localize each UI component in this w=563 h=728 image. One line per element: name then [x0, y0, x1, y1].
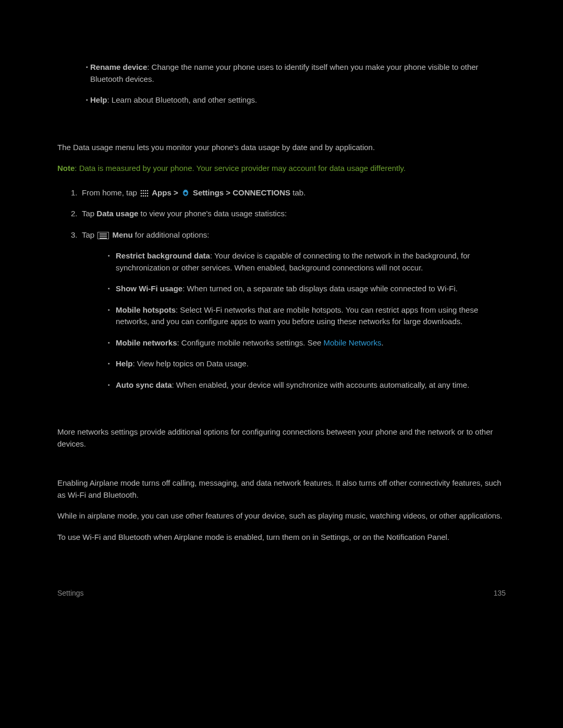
label: Help: [90, 95, 107, 104]
note-line: Note: Data is measured by your phone. Yo…: [57, 163, 506, 175]
svg-point-11: [147, 195, 149, 196]
svg-point-9: [143, 195, 144, 196]
svg-point-2: [145, 190, 146, 191]
step-1: 1. From home, tap Apps > Settings > CONN…: [57, 187, 506, 199]
option-restrict-bg: ▪ Restrict background data: Your device …: [57, 250, 506, 274]
svg-point-3: [147, 190, 149, 191]
label: Rename device: [90, 63, 147, 71]
bullet-text: Rename device: Change the name your phon…: [90, 61, 506, 85]
svg-point-4: [141, 192, 142, 194]
svg-point-0: [141, 190, 142, 191]
svg-point-7: [147, 192, 149, 194]
bullet-help-bt: ▪ Help: Learn about Bluetooth, and other…: [57, 94, 506, 106]
step-text: Tap Menu for additional options:: [82, 229, 209, 241]
settings-icon: [181, 189, 190, 198]
bullet-marker: ▪: [57, 61, 90, 85]
svg-point-8: [141, 195, 142, 196]
page-number: 135: [494, 588, 506, 599]
step-text: From home, tap Apps > Settings > CONNECT…: [82, 187, 305, 199]
svg-point-1: [143, 190, 144, 191]
option-show-wifi: ▪ Show Wi-Fi usage: When turned on, a se…: [57, 283, 506, 295]
svg-point-6: [145, 192, 146, 194]
svg-point-10: [145, 195, 146, 196]
step-text: Tap Data usage to view your phone's data…: [82, 208, 287, 220]
mobile-networks-link[interactable]: Mobile Networks: [324, 338, 382, 347]
option-auto-sync: ▪ Auto sync data: When enabled, your dev…: [57, 379, 506, 391]
airplane-p2: While in airplane mode, you can use othe…: [57, 510, 506, 522]
step-3: 3. Tap Menu for additional options:: [57, 229, 506, 241]
airplane-p3: To use Wi-Fi and Bluetooth when Airplane…: [57, 532, 506, 544]
footer-section: Settings: [57, 588, 84, 599]
airplane-p1: Enabling Airplane mode turns off calling…: [57, 477, 506, 501]
bullet-text: Help: Learn about Bluetooth, and other s…: [90, 94, 257, 106]
step-2: 2. Tap Data usage to view your phone's d…: [57, 208, 506, 220]
data-usage-intro: The Data usage menu lets you monitor you…: [57, 142, 506, 154]
menu-icon: [97, 232, 109, 239]
svg-point-12: [184, 192, 187, 194]
apps-icon: [140, 190, 149, 197]
option-help: ▪ Help: View help topics on Data usage.: [57, 358, 506, 370]
page-content: ▪ Rename device: Change the name your ph…: [0, 0, 563, 543]
svg-point-5: [143, 192, 144, 194]
page-footer: Settings 135: [57, 588, 506, 599]
option-mobile-hotspots: ▪ Mobile hotspots: Select Wi-Fi networks…: [57, 304, 506, 328]
bullet-rename-device: ▪ Rename device: Change the name your ph…: [57, 61, 506, 85]
bullet-marker: ▪: [57, 94, 90, 106]
option-mobile-networks: ▪ Mobile networks: Configure mobile netw…: [57, 337, 506, 349]
more-networks-intro: More networks settings provide additiona…: [57, 426, 506, 450]
